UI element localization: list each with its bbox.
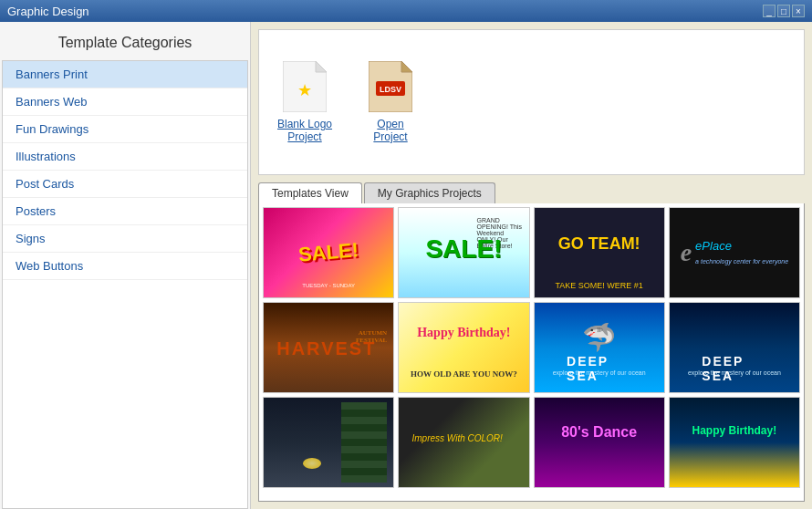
sidebar-item-fun-drawings[interactable]: Fun Drawings <box>3 116 247 143</box>
sidebar-item-banners-web[interactable]: Banners Web <box>3 88 247 116</box>
tab-templates-view[interactable]: Templates View <box>258 182 362 203</box>
svg-text:★: ★ <box>297 81 312 99</box>
open-project-icon: LDSV <box>369 61 412 112</box>
template-thumb-5[interactable]: HOW OLD ARE YOU NOW? <box>398 302 529 393</box>
blank-logo-icon: ★ <box>283 61 327 112</box>
sidebar: Template Categories Banners PrintBanners… <box>0 22 251 509</box>
maximize-button[interactable]: □ <box>777 5 790 17</box>
project-area: ★ Blank LogoProject LDSV OpenProj <box>258 29 805 175</box>
titlebar-controls[interactable]: _ □ × <box>763 5 805 17</box>
sidebar-item-banners-print[interactable]: Banners Print <box>3 61 247 88</box>
sidebar-list[interactable]: Banners PrintBanners WebFun DrawingsIllu… <box>2 60 248 509</box>
svg-marker-4 <box>401 61 412 72</box>
template-thumb-6[interactable]: 🦈explore the mystery of our ocean <box>534 302 665 393</box>
blank-logo-label: Blank LogoProject <box>277 118 332 143</box>
template-thumb-9[interactable] <box>398 397 529 488</box>
sidebar-item-posters[interactable]: Posters <box>3 198 247 225</box>
template-thumb-8[interactable] <box>263 397 394 488</box>
sidebar-title: Template Categories <box>0 22 250 60</box>
tabs-area: Templates View My Graphics Projects <box>251 182 812 203</box>
app-title: Graphic Design <box>7 5 89 18</box>
sidebar-item-post-cards[interactable]: Post Cards <box>3 171 247 198</box>
sidebar-item-web-buttons[interactable]: Web Buttons <box>3 253 247 280</box>
titlebar: Graphic Design _ □ × <box>0 0 812 22</box>
sidebar-item-signs[interactable]: Signs <box>3 225 247 253</box>
template-thumb-10[interactable] <box>534 397 665 488</box>
template-thumb-7[interactable]: explore the mystery of our ocean <box>669 302 800 393</box>
svg-text:LDSV: LDSV <box>380 85 401 94</box>
open-project[interactable]: LDSV OpenProject <box>369 61 412 143</box>
template-thumb-11[interactable] <box>669 397 800 488</box>
open-project-label: OpenProject <box>373 118 407 143</box>
blank-logo-project[interactable]: ★ Blank LogoProject <box>277 61 332 143</box>
content-area: ★ Blank LogoProject LDSV OpenProj <box>251 22 812 509</box>
templates-grid[interactable]: TUESDAY - SUNDAYGRAND OPENING! This Week… <box>259 203 804 501</box>
template-thumb-1[interactable]: GRAND OPENING! This Weekend ONLY! Our En… <box>398 207 529 298</box>
main-container: Template Categories Banners PrintBanners… <box>0 22 812 509</box>
minimize-button[interactable]: _ <box>763 5 776 17</box>
template-thumb-3[interactable]: eePlacea technology center for everyone <box>669 207 800 298</box>
tab-my-graphics-projects[interactable]: My Graphics Projects <box>364 182 495 203</box>
sidebar-item-illustrations[interactable]: Illustrations <box>3 143 247 171</box>
template-thumb-4[interactable]: AUTUMN FESTIVAL <box>263 302 394 393</box>
template-thumb-2[interactable]: TAKE SOME! WERE #1 <box>534 207 665 298</box>
close-button[interactable]: × <box>792 5 805 17</box>
svg-marker-1 <box>316 61 327 72</box>
templates-area: TUESDAY - SUNDAYGRAND OPENING! This Week… <box>258 203 805 502</box>
template-thumb-0[interactable]: TUESDAY - SUNDAY <box>263 207 394 298</box>
